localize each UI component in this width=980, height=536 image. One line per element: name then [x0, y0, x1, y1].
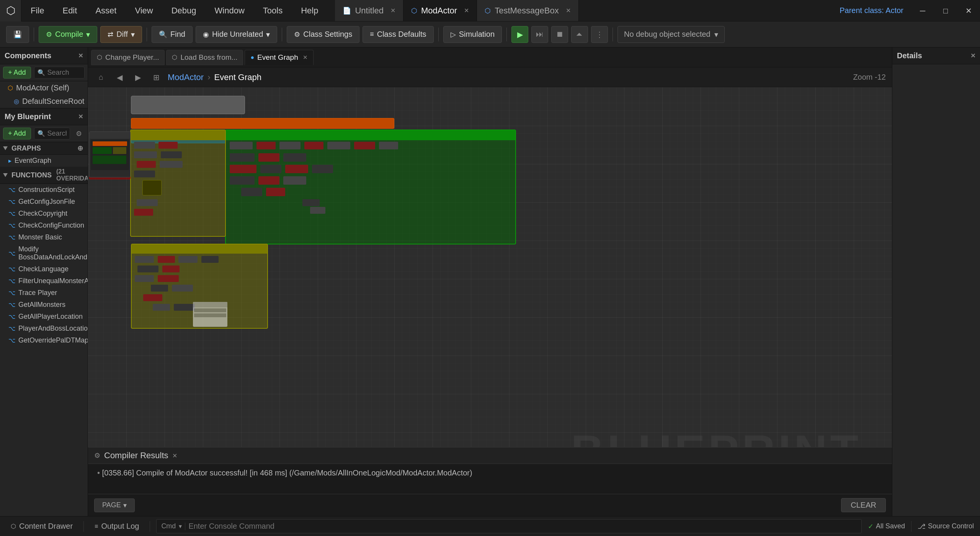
nav-home-button[interactable]: ⌂: [94, 70, 108, 84]
green-mini-node-3[interactable]: [279, 142, 301, 149]
title-tab-modactor[interactable]: ⬡ ModActor ✕: [403, 0, 477, 21]
graph-item-eventgraph[interactable]: ▸ EventGraph: [0, 155, 88, 167]
node-minimap-region[interactable]: [89, 131, 131, 177]
event-graph-tab-close[interactable]: ✕: [303, 54, 308, 61]
simulation-button[interactable]: ▷ Simulation: [443, 26, 502, 43]
modactor-tab-close[interactable]: ✕: [464, 7, 469, 14]
green-mini-node-15[interactable]: [230, 176, 255, 185]
tab-load-boss[interactable]: ⬡ Load Boss from...: [166, 50, 243, 65]
title-tab-untitled[interactable]: 📄 Untitled ✕: [335, 0, 403, 21]
menu-view[interactable]: View: [126, 0, 162, 21]
my-blueprint-close[interactable]: ✕: [78, 113, 83, 120]
page-dropdown-icon[interactable]: ▾: [123, 501, 127, 510]
pause-button[interactable]: ⏶: [571, 26, 588, 43]
green-mini-node-14[interactable]: [312, 165, 333, 173]
green-mini-node-18[interactable]: [241, 188, 262, 196]
fn-filterunequalmonsterarray[interactable]: ⌥ FilterUnequalMonsterArray: [0, 275, 88, 287]
more-button[interactable]: ⋮: [591, 26, 608, 43]
my-blueprint-search-input[interactable]: [47, 129, 67, 138]
y2-node-8[interactable]: [158, 275, 179, 282]
details-close[interactable]: ✕: [970, 52, 975, 59]
components-close[interactable]: ✕: [78, 52, 83, 59]
console-command-input[interactable]: [188, 522, 857, 531]
y1-node-5[interactable]: [137, 161, 156, 168]
my-blueprint-gear-button[interactable]: ⚙: [73, 128, 85, 139]
y1-node-3[interactable]: [134, 151, 157, 158]
fn-constructionscript[interactable]: ⌥ ConstructionScript: [0, 184, 88, 196]
step-button[interactable]: ⏭: [531, 26, 548, 43]
menu-debug[interactable]: Debug: [162, 0, 206, 21]
functions-section-header[interactable]: FUNCTIONS (21 OVERRIDABLE) ⊕: [0, 167, 88, 184]
fn-getallplayerlocation[interactable]: ⌥ GetAllPlayerLocation: [0, 311, 88, 323]
green-mini-node-12[interactable]: [260, 165, 281, 173]
y1-node-6[interactable]: [160, 161, 183, 168]
breadcrumb-root[interactable]: ModActor: [168, 72, 204, 82]
play-button[interactable]: ▶: [511, 26, 528, 43]
class-settings-button[interactable]: ⚙ Class Settings: [287, 26, 359, 43]
green-mini-node-6[interactable]: [354, 142, 375, 149]
y1-node-4[interactable]: [161, 151, 182, 158]
y2-node-7[interactable]: [135, 275, 154, 282]
y1-node-10[interactable]: [134, 209, 153, 216]
fn-playerandbosslocation[interactable]: ⌥ PlayerAndBossLocationComparison: [0, 323, 88, 334]
y1-node-1[interactable]: [134, 142, 155, 149]
nav-grid-button[interactable]: ⊞: [149, 70, 163, 84]
fn-traceplayer[interactable]: ⌥ Trace Player: [0, 287, 88, 299]
content-drawer-button[interactable]: ⬡ Content Drawer: [6, 520, 77, 532]
tab-change-player[interactable]: ⬡ Change Player...: [91, 50, 165, 65]
green-mini-node-17[interactable]: [283, 176, 306, 185]
y2-node-1[interactable]: [135, 256, 154, 263]
y1-node-2[interactable]: [158, 142, 178, 149]
y2-node-10[interactable]: [172, 285, 193, 292]
fn-checklanguage[interactable]: ⌥ CheckLanguage: [0, 263, 88, 275]
y2-node-3[interactable]: [178, 256, 198, 263]
fn-getconfigjsonfile[interactable]: ⌥ GetConfigJsonFile: [0, 196, 88, 208]
components-add-button[interactable]: + Add: [3, 67, 31, 79]
save-button[interactable]: 💾: [6, 26, 29, 43]
tab-event-graph[interactable]: ● Event Graph ✕: [245, 50, 313, 65]
testmessagebox-tab-close[interactable]: ✕: [566, 7, 571, 14]
class-defaults-button[interactable]: ≡ Class Defaults: [363, 26, 433, 43]
compiler-results-close[interactable]: ✕: [172, 452, 177, 459]
find-button[interactable]: 🔍 Find: [152, 26, 193, 43]
green-mini-node-9[interactable]: [258, 153, 279, 162]
hide-unrelated-button[interactable]: ◉ Hide Unrelated ▾: [196, 26, 277, 43]
nav-forward-button[interactable]: ▶: [131, 70, 145, 84]
menu-help[interactable]: Help: [292, 0, 327, 21]
y2-node-2[interactable]: [158, 256, 175, 263]
compile-dropdown-icon[interactable]: ▾: [86, 30, 90, 39]
y1-node-8[interactable]: [142, 180, 162, 195]
title-tab-testmessagebox[interactable]: ⬡ TestMessageBox ✕: [477, 0, 579, 21]
close-button[interactable]: ✕: [957, 0, 980, 21]
y2-node-13[interactable]: [174, 304, 195, 311]
y1-node-7[interactable]: [134, 170, 155, 177]
stop-button[interactable]: ⏹: [551, 26, 568, 43]
node-gray-top[interactable]: [131, 96, 245, 114]
source-control-button[interactable]: ⎇ Source Control: [918, 522, 974, 531]
green-mini-node-8[interactable]: [230, 153, 255, 162]
fn-getoverridepaldtmap[interactable]: ⌥ GetOverridePalDTMap: [0, 334, 88, 346]
fn-monsterbasic[interactable]: ⌥ Monster Basic: [0, 231, 88, 243]
green-mini-node-2[interactable]: [256, 142, 276, 149]
node-yellow-region-1[interactable]: [130, 129, 226, 237]
minimize-button[interactable]: ─: [911, 0, 934, 21]
fn-modifybossdata[interactable]: ⌥ Modify BossDataAndLockAndUnlockHP: [0, 243, 88, 263]
y2-node-9[interactable]: [151, 285, 168, 292]
green-mini-node-4[interactable]: [304, 142, 323, 149]
menu-tools[interactable]: Tools: [254, 0, 292, 21]
debug-selector[interactable]: No debug object selected ▾: [617, 26, 725, 43]
components-search-input[interactable]: [47, 69, 81, 77]
blueprint-canvas-container[interactable]: BLUEPRINT: [88, 87, 892, 516]
menu-file[interactable]: File: [21, 0, 53, 21]
menu-edit[interactable]: Edit: [53, 0, 86, 21]
graphs-section-header[interactable]: GRAPHS ⊕: [0, 142, 88, 155]
green-mini-node-7[interactable]: [379, 142, 398, 149]
debug-dropdown-icon[interactable]: ▾: [714, 30, 718, 39]
diff-dropdown-icon[interactable]: ▾: [131, 30, 135, 39]
clear-button[interactable]: CLEAR: [841, 498, 886, 512]
menu-asset[interactable]: Asset: [86, 0, 126, 21]
menu-window[interactable]: Window: [206, 0, 254, 21]
output-log-button[interactable]: ≡ Output Log: [90, 520, 144, 532]
tree-item-modactor-self[interactable]: ⬡ ModActor (Self): [0, 81, 88, 95]
green-mini-node-16[interactable]: [258, 176, 279, 185]
